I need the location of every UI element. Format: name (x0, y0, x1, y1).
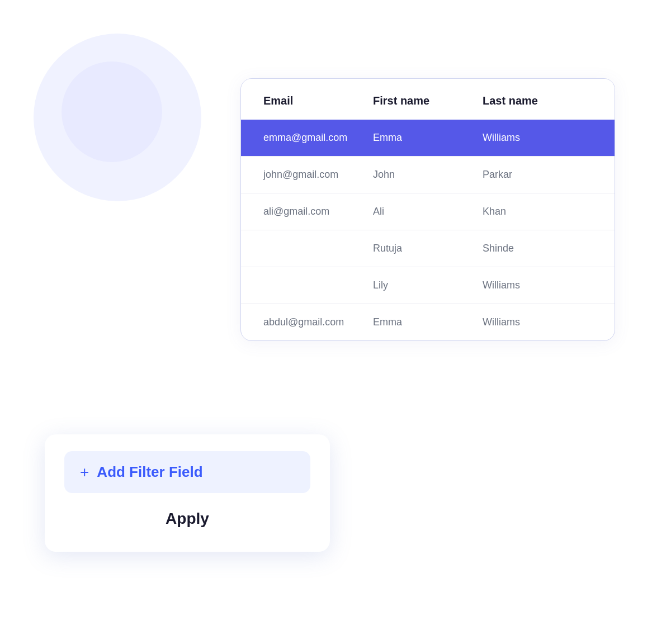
data-table-card: Email First name Last name emma@gmail.co… (240, 78, 615, 341)
cell-firstname: Emma (373, 316, 483, 328)
cell-email: ali@gmail.com (263, 206, 373, 217)
table-row[interactable]: Rutuja Shinde (241, 230, 615, 267)
table-row[interactable]: Lily Williams (241, 267, 615, 304)
main-scene: Email First name Last name emma@gmail.co… (0, 0, 671, 644)
add-filter-label: Add Filter Field (97, 463, 202, 481)
table-row[interactable]: ali@gmail.com Ali Khan (241, 193, 615, 230)
cell-firstname: Emma (373, 132, 483, 144)
col-header-email: Email (263, 94, 373, 107)
col-header-firstname: First name (373, 94, 483, 107)
cell-firstname: John (373, 169, 483, 181)
cell-firstname: Rutuja (373, 243, 483, 254)
plus-icon: + (80, 465, 89, 480)
cell-email (263, 243, 373, 254)
cell-lastname: Parkar (483, 169, 592, 181)
cell-email (263, 280, 373, 291)
table-header: Email First name Last name (241, 79, 615, 120)
table-row[interactable]: john@gmail.com John Parkar (241, 156, 615, 193)
cell-email: john@gmail.com (263, 169, 373, 181)
filter-panel-card: + Add Filter Field Apply (45, 434, 330, 552)
apply-label: Apply (166, 510, 209, 527)
cell-email: abdul@gmail.com (263, 316, 373, 328)
col-header-lastname: Last name (483, 94, 592, 107)
cell-lastname: Williams (483, 132, 592, 144)
cell-lastname: Williams (483, 316, 592, 328)
cell-firstname: Ali (373, 206, 483, 217)
bg-decoration-2 (62, 61, 162, 162)
table-row[interactable]: emma@gmail.com Emma Williams (241, 120, 615, 156)
add-filter-button[interactable]: + Add Filter Field (64, 451, 310, 493)
cell-lastname: Shinde (483, 243, 592, 254)
cell-lastname: Williams (483, 280, 592, 291)
cell-firstname: Lily (373, 280, 483, 291)
cell-email: emma@gmail.com (263, 132, 373, 144)
cell-lastname: Khan (483, 206, 592, 217)
table-row[interactable]: abdul@gmail.com Emma Williams (241, 304, 615, 340)
apply-button[interactable]: Apply (64, 505, 310, 532)
